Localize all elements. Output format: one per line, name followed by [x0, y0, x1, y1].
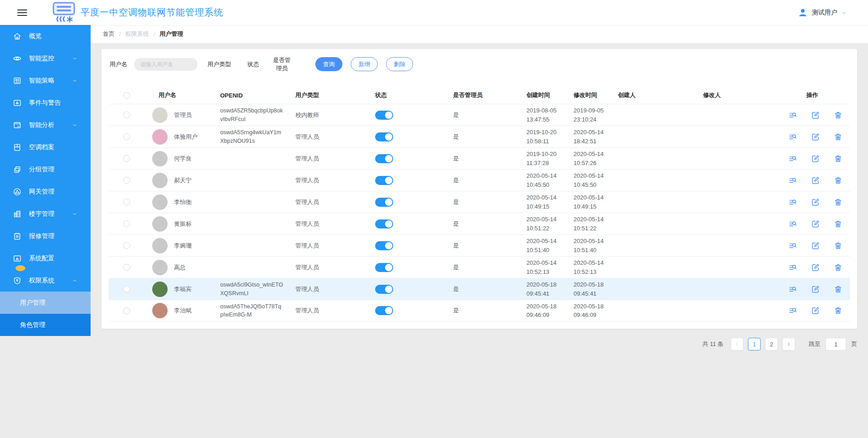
- view-detail-icon[interactable]: [788, 111, 797, 120]
- edit-icon[interactable]: [811, 154, 820, 163]
- delete-icon[interactable]: [834, 285, 843, 294]
- delete-button[interactable]: 删除: [386, 57, 413, 71]
- delete-icon[interactable]: [834, 219, 843, 229]
- sidebar-item-repair-mgmt[interactable]: 报修管理: [0, 225, 91, 247]
- sidebar-item-permission-system[interactable]: 权限系统: [0, 269, 91, 292]
- sidebar-subitem-user-mgmt[interactable]: 用户管理: [0, 292, 91, 314]
- column-header-openid: OPENID: [220, 92, 295, 99]
- delete-icon[interactable]: [834, 176, 843, 185]
- select-all-radio[interactable]: [123, 92, 130, 99]
- repair-icon: [13, 232, 22, 241]
- edit-icon[interactable]: [811, 111, 820, 120]
- edit-icon[interactable]: [811, 306, 820, 315]
- view-detail-icon[interactable]: [788, 285, 797, 294]
- status-toggle[interactable]: [375, 219, 393, 229]
- breadcrumb-item[interactable]: 权限系统: [125, 30, 149, 38]
- view-detail-icon[interactable]: [788, 241, 797, 250]
- username-filter-input[interactable]: [134, 58, 198, 71]
- row-select-radio[interactable]: [123, 199, 130, 205]
- search-button[interactable]: 查询: [315, 57, 342, 71]
- status-toggle[interactable]: [375, 285, 393, 294]
- edit-icon[interactable]: [811, 132, 820, 141]
- sidebar-item-gateway-mgmt[interactable]: 网关管理: [0, 180, 91, 203]
- row-select-radio[interactable]: [123, 242, 130, 249]
- sidebar-item-group-mgmt[interactable]: 分组管理: [0, 158, 91, 180]
- column-header-modifier: 修改人: [703, 91, 788, 99]
- status-toggle[interactable]: [375, 263, 393, 272]
- delete-icon[interactable]: [834, 263, 843, 272]
- edit-icon[interactable]: [811, 198, 820, 207]
- status-toggle[interactable]: [375, 241, 393, 250]
- add-button[interactable]: 新增: [351, 57, 378, 71]
- delete-icon[interactable]: [834, 154, 843, 163]
- top-bar: 平度一中空调物联网节能管理系统 测试用户: [0, 0, 868, 25]
- shield-icon: [13, 276, 22, 285]
- status-toggle[interactable]: [375, 176, 393, 185]
- sidebar-item-smart-strategy[interactable]: 智能策略: [0, 69, 91, 92]
- is-admin: 是: [453, 198, 526, 206]
- row-select-radio[interactable]: [123, 155, 130, 162]
- view-detail-icon[interactable]: [788, 154, 797, 163]
- delete-icon[interactable]: [834, 241, 843, 250]
- chevron-up-icon: [72, 277, 78, 284]
- view-detail-icon[interactable]: [788, 263, 797, 272]
- is-admin: 是: [453, 307, 526, 315]
- breadcrumb-separator: /: [154, 31, 155, 38]
- filter-buttons: 查询 新增 删除: [315, 57, 413, 71]
- prev-page-button[interactable]: [731, 338, 743, 350]
- edit-icon[interactable]: [811, 176, 820, 185]
- menu-toggle-icon[interactable]: [17, 8, 27, 18]
- view-detail-icon[interactable]: [788, 176, 797, 185]
- sidebar-item-overview[interactable]: 概览: [0, 25, 91, 47]
- chevron-down-icon: [72, 55, 78, 62]
- jump-page-input[interactable]: [825, 338, 846, 350]
- is-admin: 是: [453, 285, 526, 293]
- row-select-radio[interactable]: [123, 286, 130, 292]
- delete-icon[interactable]: [834, 111, 843, 120]
- is-admin-filter-label: 是否管理员: [271, 56, 293, 72]
- view-detail-icon[interactable]: [788, 219, 797, 229]
- row-select-radio[interactable]: [123, 264, 130, 271]
- row-select-radio[interactable]: [123, 307, 130, 314]
- delete-icon[interactable]: [834, 132, 843, 141]
- next-page-button[interactable]: [782, 338, 795, 350]
- is-admin: 是: [453, 155, 526, 163]
- modified-at: 2020-05-14 10:51:22: [574, 215, 618, 233]
- sidebar-item-smart-analysis[interactable]: 智能分析: [0, 114, 91, 136]
- created-at: 2019-08-05 13:47:55: [526, 106, 574, 124]
- status-toggle[interactable]: [375, 154, 393, 163]
- sidebar-item-smart-monitor[interactable]: 智能监控: [0, 47, 91, 69]
- sidebar-item-system-config[interactable]: 系统配置: [0, 247, 91, 269]
- edit-icon[interactable]: [811, 285, 820, 294]
- sidebar-subitem-role-mgmt[interactable]: 角色管理: [0, 314, 91, 336]
- sidebar-item-ac-archive[interactable]: 空调档案: [0, 136, 91, 158]
- edit-icon[interactable]: [811, 241, 820, 250]
- status-toggle[interactable]: [375, 198, 393, 207]
- edit-icon[interactable]: [811, 219, 820, 229]
- page-button-2[interactable]: 2: [765, 338, 778, 350]
- status-toggle[interactable]: [375, 306, 393, 315]
- user-type: 管理人员: [295, 220, 375, 228]
- sidebar-item-label: 智能策略: [29, 77, 54, 85]
- archive-icon: [13, 143, 22, 152]
- delete-icon[interactable]: [834, 306, 843, 315]
- modified-at: 2020-05-14 10:49:15: [574, 193, 618, 211]
- config-icon: [13, 254, 22, 263]
- user-menu[interactable]: 测试用户: [798, 8, 847, 18]
- row-select-radio[interactable]: [123, 133, 130, 140]
- user-type: 管理人员: [295, 155, 375, 163]
- row-select-radio[interactable]: [123, 177, 130, 184]
- view-detail-icon[interactable]: [788, 132, 797, 141]
- view-detail-icon[interactable]: [788, 306, 797, 315]
- status-toggle[interactable]: [375, 132, 393, 141]
- delete-icon[interactable]: [834, 198, 843, 207]
- page-button-1[interactable]: 1: [748, 338, 761, 350]
- sidebar-item-building-mgmt[interactable]: 楼宇管理: [0, 203, 91, 225]
- status-toggle[interactable]: [375, 111, 393, 120]
- row-select-radio[interactable]: [123, 112, 130, 118]
- sidebar-item-events-alerts[interactable]: 事件与警告: [0, 92, 91, 114]
- row-select-radio[interactable]: [123, 220, 130, 227]
- breadcrumb-item[interactable]: 首页: [103, 30, 115, 38]
- edit-icon[interactable]: [811, 263, 820, 272]
- view-detail-icon[interactable]: [788, 198, 797, 207]
